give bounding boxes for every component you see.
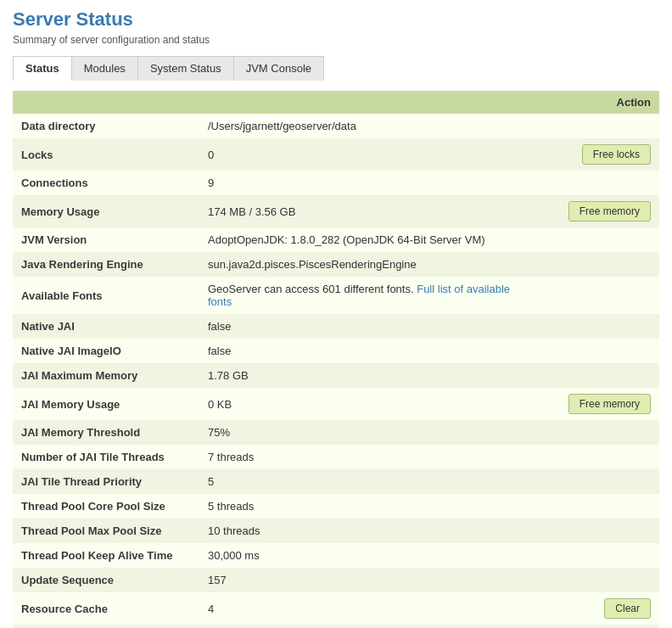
table-row: JAI Tile Thread Priority 5 — [13, 469, 659, 494]
row-label: Available Fonts — [13, 277, 199, 314]
table-row: JAI Memory Threshold 75% — [13, 420, 659, 445]
table-row: Configuration and catalog Reload — [13, 625, 659, 628]
row-label: Thread Pool Core Pool Size — [13, 494, 199, 519]
row-action — [524, 114, 659, 138]
row-action[interactable]: Free memory — [524, 195, 659, 227]
row-label: Native JAI ImageIO — [13, 339, 199, 363]
table-row: Update Sequence 157 — [13, 568, 659, 592]
row-label: Resource Cache — [13, 592, 199, 625]
row-value: /Users/jgarnett/geoserver/data — [199, 114, 524, 138]
row-action[interactable]: Free locks — [524, 138, 659, 171]
row-value: AdoptOpenJDK: 1.8.0_282 (OpenJDK 64-Bit … — [199, 227, 524, 252]
row-value: 174 MB / 3.56 GB — [199, 195, 524, 227]
row-label: Thread Pool Max Pool Size — [13, 519, 199, 543]
table-row: JAI Maximum Memory 1.78 GB — [13, 363, 659, 388]
row-label: Data directory — [13, 114, 199, 138]
row-value: 0 — [199, 138, 524, 171]
table-row: Data directory /Users/jgarnett/geoserver… — [13, 114, 659, 138]
row-action — [524, 277, 659, 314]
row-label: Java Rendering Engine — [13, 252, 199, 277]
row-label: Connections — [13, 171, 199, 195]
row-action — [524, 519, 659, 543]
row-action — [524, 252, 659, 277]
row-label: Thread Pool Keep Alive Time — [13, 543, 199, 568]
row-label: JAI Maximum Memory — [13, 363, 199, 388]
table-row: Locks 0 Free locks — [13, 138, 659, 171]
table-row: Memory Usage 174 MB / 3.56 GB Free memor… — [13, 195, 659, 227]
row-action — [524, 314, 659, 339]
row-label: Configuration and catalog — [13, 625, 199, 628]
row-label: JVM Version — [13, 227, 199, 252]
page-subtitle: Summary of server configuration and stat… — [13, 34, 659, 46]
row-label: Locks — [13, 138, 199, 171]
row-value: 10 threads — [199, 519, 524, 543]
row-label: JAI Memory Usage — [13, 388, 199, 420]
available-fonts-link[interactable]: Full list of available fonts — [208, 283, 510, 308]
table-row: Available Fonts GeoServer can access 601… — [13, 277, 659, 314]
table-row: JAI Memory Usage 0 KB Free memory — [13, 388, 659, 420]
table-row: Native JAI ImageIO false — [13, 339, 659, 363]
tab-status[interactable]: Status — [14, 57, 72, 81]
table-row: Java Rendering Engine sun.java2d.pisces.… — [13, 252, 659, 277]
row-value: 1.78 GB — [199, 363, 524, 388]
row-action — [524, 445, 659, 469]
table-row: Number of JAI Tile Threads 7 threads — [13, 445, 659, 469]
page-title: Server Status — [13, 8, 659, 31]
row-value: 75% — [199, 420, 524, 445]
row-action — [524, 543, 659, 568]
row-value: sun.java2d.pisces.PiscesRenderingEngine — [199, 252, 524, 277]
row-action — [524, 568, 659, 592]
row-action — [524, 469, 659, 494]
table-row: Connections 9 — [13, 171, 659, 195]
row-value: 9 — [199, 171, 524, 195]
row-value: 5 threads — [199, 494, 524, 519]
row-action[interactable]: Free memory — [524, 388, 659, 420]
row-label: Native JAI — [13, 314, 199, 339]
row-value: 157 — [199, 568, 524, 592]
row-value: 4 — [199, 592, 524, 625]
table-row: Thread Pool Keep Alive Time 30,000 ms — [13, 543, 659, 568]
row-value: 7 threads — [199, 445, 524, 469]
row-action — [524, 227, 659, 252]
row-value — [199, 625, 524, 628]
row-action — [524, 420, 659, 445]
row-action[interactable]: Clear — [524, 592, 659, 625]
row-value: false — [199, 339, 524, 363]
row-action — [524, 339, 659, 363]
table-row: Thread Pool Max Pool Size 10 threads — [13, 519, 659, 543]
row-action — [524, 363, 659, 388]
table-row: JVM Version AdoptOpenJDK: 1.8.0_282 (Ope… — [13, 227, 659, 252]
tab-bar: Status Modules System Status JVM Console — [13, 56, 324, 81]
tab-system-status[interactable]: System Status — [138, 57, 234, 81]
free-jai-memory-button[interactable]: Free memory — [568, 394, 651, 414]
status-table: Action Data directory /Users/jgarnett/ge… — [13, 91, 659, 628]
table-row: Native JAI false — [13, 314, 659, 339]
tab-modules[interactable]: Modules — [72, 57, 138, 81]
action-column-header: Action — [524, 91, 659, 114]
row-action — [524, 171, 659, 195]
table-header-row: Action — [13, 91, 659, 114]
row-value: 30,000 ms — [199, 543, 524, 568]
free-locks-button[interactable]: Free locks — [582, 144, 651, 165]
row-label: JAI Tile Thread Priority — [13, 469, 199, 494]
row-label: Number of JAI Tile Threads — [13, 445, 199, 469]
tab-jvm-console[interactable]: JVM Console — [234, 57, 323, 81]
row-action[interactable]: Reload — [524, 625, 659, 628]
row-value: false — [199, 314, 524, 339]
table-row: Thread Pool Core Pool Size 5 threads — [13, 494, 659, 519]
row-label: Update Sequence — [13, 568, 199, 592]
clear-cache-button[interactable]: Clear — [604, 598, 651, 619]
row-value: GeoServer can access 601 different fonts… — [199, 277, 524, 314]
row-label: JAI Memory Threshold — [13, 420, 199, 445]
table-row: Resource Cache 4 Clear — [13, 592, 659, 625]
row-value: 5 — [199, 469, 524, 494]
free-memory-button[interactable]: Free memory — [568, 201, 651, 221]
row-value: 0 KB — [199, 388, 524, 420]
row-label: Memory Usage — [13, 195, 199, 227]
row-action — [524, 494, 659, 519]
